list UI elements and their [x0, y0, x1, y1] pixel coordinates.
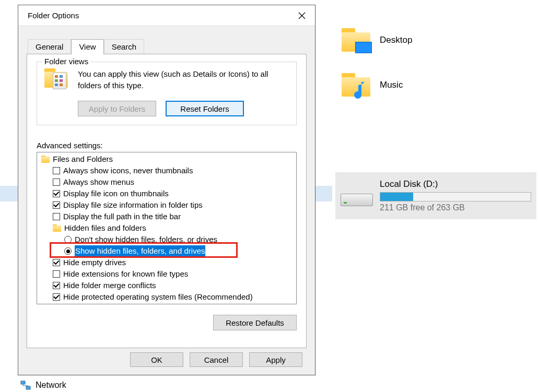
- drive-item[interactable]: Local Disk (D:) 211 GB free of 263 GB: [335, 172, 536, 219]
- tree-item[interactable]: Hide folder merge conflicts: [37, 280, 296, 291]
- folder-icon: [342, 73, 370, 97]
- checkbox-icon[interactable]: [53, 179, 60, 186]
- tree-item-label: Always show menus: [63, 176, 134, 188]
- apply-button[interactable]: Apply: [249, 352, 302, 367]
- checkbox-icon[interactable]: [53, 282, 60, 289]
- music-note-icon: [351, 80, 367, 103]
- folder-views-group: Folder views You can apply this view (su…: [37, 62, 297, 125]
- tree-radio-item-selected[interactable]: Show hidden files, folders, and drives: [37, 245, 296, 257]
- dialog-title: Folder Options: [28, 11, 294, 20]
- tree-item-label: Hide extensions for known file types: [63, 268, 188, 280]
- folder-views-description: You can apply this view (such as Details…: [78, 68, 289, 93]
- explorer-item-label: Desktop: [380, 35, 412, 45]
- checkbox-icon[interactable]: [53, 190, 60, 197]
- folder-icon: [41, 156, 50, 163]
- drive-icon: [341, 185, 370, 206]
- folder-icon: [342, 28, 370, 52]
- checkbox-icon[interactable]: [53, 167, 60, 174]
- cancel-button[interactable]: Cancel: [190, 352, 243, 367]
- apply-to-folders-button: Apply to Folders: [78, 101, 156, 116]
- advanced-settings-label: Advanced settings:: [37, 141, 297, 150]
- restore-defaults-button[interactable]: Restore Defaults: [213, 315, 297, 330]
- tree-item[interactable]: Display file icon on thumbnails: [37, 188, 296, 199]
- tree-item-label: Hide protected operating system files (R…: [63, 291, 253, 303]
- reset-folders-button[interactable]: Reset Folders: [166, 101, 244, 116]
- group-label: Folder views: [42, 57, 90, 66]
- tab-general[interactable]: General: [28, 39, 71, 54]
- tree-item[interactable]: Launch folder windows in a separate proc…: [37, 303, 296, 304]
- tab-strip: General View Search: [18, 26, 315, 54]
- folder-icon: [53, 224, 61, 232]
- explorer-item-music[interactable]: Music: [342, 73, 403, 97]
- tree-group-label: Files and Folders: [53, 153, 113, 165]
- tree-item-label: Display file size information in folder …: [63, 199, 203, 211]
- drive-free-text: 211 GB free of 263 GB: [380, 203, 531, 212]
- checkbox-icon[interactable]: [53, 213, 60, 220]
- nav-item-network[interactable]: Network: [20, 379, 66, 391]
- tree-item-label: Show hidden files, folders, and drives: [75, 245, 205, 257]
- advanced-settings-box: Files and Folders Always show icons, nev…: [37, 152, 297, 304]
- tree-item-label: Launch folder windows in a separate proc…: [63, 303, 220, 304]
- checkbox-icon[interactable]: [53, 293, 60, 301]
- tree-group-label: Hidden files and folders: [64, 222, 146, 234]
- desktop-overlay-icon: [355, 42, 372, 53]
- tree-item[interactable]: Hide empty drives: [37, 257, 296, 268]
- network-icon: [20, 379, 31, 391]
- explorer-item-desktop[interactable]: Desktop: [342, 28, 412, 52]
- nav-item-label: Network: [36, 381, 66, 390]
- svg-rect-0: [21, 381, 25, 384]
- checkbox-icon[interactable]: [53, 270, 60, 278]
- titlebar[interactable]: Folder Options: [18, 5, 315, 26]
- tree-group-files-and-folders: Files and Folders: [37, 153, 296, 165]
- tree-item[interactable]: Hide protected operating system files (R…: [37, 291, 296, 303]
- close-button[interactable]: [294, 8, 310, 23]
- ok-button[interactable]: OK: [130, 352, 183, 367]
- tree-item-label: Always show icons, never thumbnails: [63, 165, 193, 176]
- tree-item[interactable]: Display the full path in the title bar: [37, 211, 296, 222]
- checkbox-icon[interactable]: [53, 201, 60, 209]
- checkbox-icon[interactable]: [53, 259, 60, 266]
- tab-view[interactable]: View: [71, 39, 103, 54]
- explorer-item-label: Music: [380, 80, 403, 90]
- tree-item-label: Hide empty drives: [63, 257, 126, 268]
- drive-usage-fill: [380, 193, 413, 201]
- close-icon: [298, 12, 306, 19]
- radio-icon[interactable]: [64, 236, 72, 243]
- folder-options-dialog: Folder Options General View Search Folde…: [18, 5, 315, 375]
- tree-group-hidden-files: Hidden files and folders: [37, 222, 296, 234]
- folder-views-icon: [44, 68, 69, 93]
- radio-icon[interactable]: [64, 247, 72, 255]
- tree-item-label: Don't show hidden files, folders, or dri…: [75, 234, 217, 245]
- tree-item-label: Hide folder merge conflicts: [63, 280, 156, 291]
- tree-item[interactable]: Always show menus: [37, 176, 296, 188]
- tree-item-label: Display file icon on thumbnails: [63, 188, 169, 199]
- tree-radio-item[interactable]: Don't show hidden files, folders, or dri…: [37, 234, 296, 245]
- drive-usage-bar: [380, 192, 531, 201]
- advanced-settings-scroll[interactable]: Files and Folders Always show icons, nev…: [37, 152, 296, 304]
- tree-item-label: Display the full path in the title bar: [63, 211, 181, 222]
- drive-name: Local Disk (D:): [380, 179, 531, 189]
- tree-item[interactable]: Display file size information in folder …: [37, 199, 296, 211]
- tree-item[interactable]: Hide extensions for known file types: [37, 268, 296, 280]
- tab-panel-view: Folder views You can apply this view (su…: [27, 54, 307, 348]
- tab-search[interactable]: Search: [104, 39, 145, 54]
- tree-item[interactable]: Always show icons, never thumbnails: [37, 165, 296, 176]
- svg-rect-1: [26, 386, 30, 389]
